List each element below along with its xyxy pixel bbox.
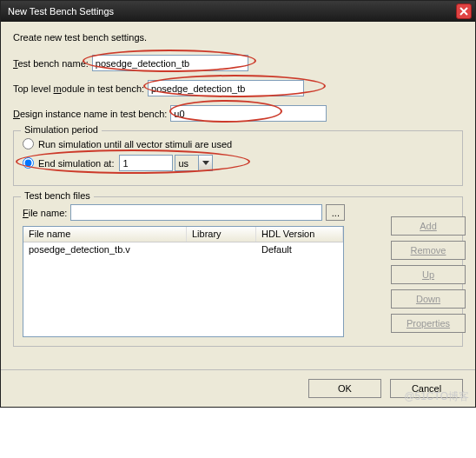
col-library[interactable]: Library	[187, 227, 256, 242]
window-title: New Test Bench Settings	[8, 6, 114, 17]
up-button[interactable]: Up	[391, 265, 466, 284]
runall-label: Run simulation until all vector stimuli …	[38, 139, 232, 149]
titlebar: New Test Bench Settings	[1, 1, 475, 22]
chevron-down-icon	[198, 156, 212, 170]
dialog-window: New Test Bench Settings Create new test …	[0, 0, 476, 408]
table-row[interactable]: posedge_detection_tb.v Default	[23, 242, 343, 256]
col-hdlversion[interactable]: HDL Version	[256, 227, 343, 242]
endat-input[interactable]	[119, 155, 173, 171]
files-legend: Test bench files	[21, 190, 94, 201]
simulation-period-group: Simulation period Run simulation until a…	[13, 130, 463, 186]
topmod-input[interactable]	[148, 80, 304, 96]
filename-input[interactable]	[70, 204, 322, 221]
col-filename[interactable]: File name	[23, 227, 187, 242]
topmod-label: Top level module in test bench:	[13, 83, 144, 94]
unit-value: us	[178, 158, 188, 169]
file-listview[interactable]: File name Library HDL Version posedge_de…	[23, 226, 344, 337]
listview-header: File name Library HDL Version	[23, 227, 343, 242]
tbname-label: Test bench name:	[13, 58, 89, 69]
filename-label: File name:	[23, 208, 67, 218]
cell-filename: posedge_detection_tb.v	[29, 244, 192, 255]
runall-radio[interactable]	[23, 138, 34, 149]
endat-label: End simulation at:	[38, 158, 114, 169]
browse-button[interactable]: ...	[326, 204, 345, 221]
remove-button[interactable]: Remove	[391, 241, 466, 260]
design-label: Design instance name in test bench:	[13, 109, 167, 119]
testbench-files-group: Test bench files File name: ... File nam…	[13, 196, 463, 347]
close-button[interactable]	[456, 3, 472, 19]
cell-library	[192, 244, 261, 255]
description-text: Create new test bench settings.	[13, 32, 463, 43]
cell-hdl: Default	[261, 244, 338, 255]
properties-button[interactable]: Properties	[391, 314, 466, 333]
unit-select[interactable]: us	[175, 155, 213, 171]
ok-button[interactable]: OK	[308, 379, 381, 398]
watermark-text: @51CTO博客	[404, 389, 469, 404]
sim-legend: Simulation period	[21, 124, 102, 135]
endat-radio[interactable]	[23, 157, 34, 169]
tbname-input[interactable]	[92, 55, 248, 71]
close-icon	[459, 7, 468, 16]
down-button[interactable]: Down	[391, 289, 466, 309]
design-input[interactable]	[170, 105, 327, 122]
add-button[interactable]: Add	[391, 216, 466, 236]
